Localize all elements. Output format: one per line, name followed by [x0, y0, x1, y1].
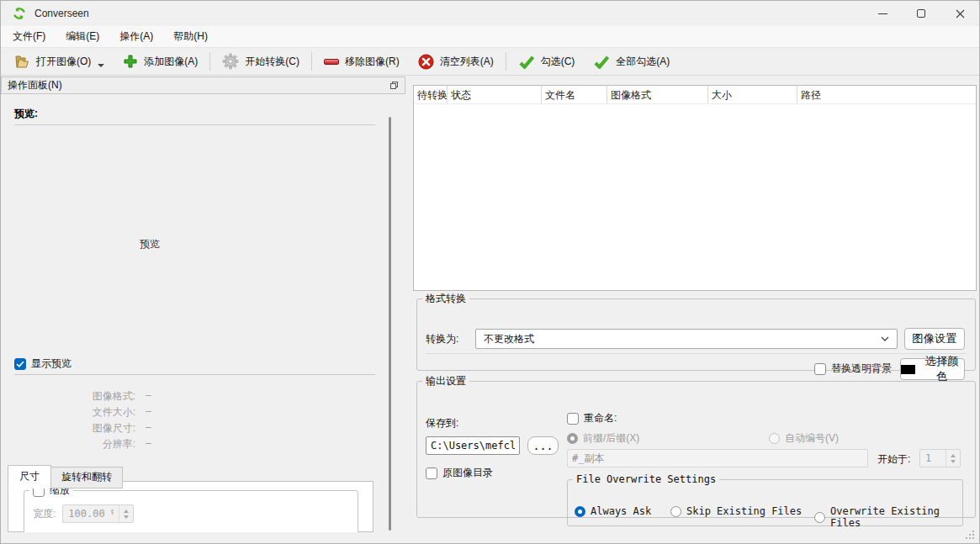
auto-number-radio[interactable]: 自动编号(V)	[769, 431, 839, 446]
radio-unselected-disabled-icon	[769, 433, 780, 444]
rename-pattern-input[interactable]	[567, 449, 868, 467]
remove-images-button[interactable]: 移除图像(R)	[315, 50, 409, 73]
size-tab-pane: 缩放 宽度:	[8, 481, 373, 532]
divider	[14, 124, 375, 125]
dimension-tabs: 尺寸 旋转和翻转	[8, 465, 123, 489]
tab-size[interactable]: 尺寸	[8, 465, 51, 489]
column-header-path[interactable]: 路径	[797, 86, 976, 103]
format-group-title: 格式转换	[422, 292, 469, 306]
menu-edit[interactable]: 编辑(E)	[56, 27, 109, 46]
width-spinbox[interactable]	[62, 504, 134, 523]
width-input[interactable]	[63, 508, 119, 520]
color-swatch	[901, 365, 915, 374]
check-all-button[interactable]: 全部勾选(A)	[584, 50, 679, 73]
rename-checkbox[interactable]: 重命名:	[567, 411, 617, 425]
menu-actions[interactable]: 操作(A)	[109, 27, 163, 46]
radio-selected-disabled-icon	[567, 433, 578, 444]
column-header-size[interactable]: 大小	[708, 86, 797, 103]
width-label: 宽度:	[33, 507, 56, 521]
info-label: 分辨率:	[14, 437, 135, 452]
column-header-format[interactable]: 图像格式	[607, 86, 708, 103]
save-path-input[interactable]	[426, 436, 520, 455]
toolbar-separator	[311, 52, 312, 71]
info-label: 文件大小:	[14, 405, 135, 420]
show-preview-checkbox[interactable]: 显示预览	[14, 357, 72, 371]
info-value: –	[146, 405, 151, 420]
menu-file[interactable]: 文件(F)	[3, 27, 56, 46]
radio-unselected-icon	[670, 506, 681, 517]
skip-existing-radio[interactable]: Skip Existing Files	[670, 505, 802, 517]
output-settings-group: 输出设置 保存到: ... 原图像目录 重命名: 前缀/后缀(X) 自动编号(V…	[416, 374, 976, 518]
file-list-table[interactable]: 待转换 状态 文件名 图像格式 大小 路径	[413, 85, 977, 291]
image-settings-button[interactable]: 图像设置	[904, 328, 965, 350]
column-header-status[interactable]: 状态	[448, 86, 542, 103]
format-conversion-group: 格式转换 转换为: 不更改格式 图像设置 替换透明背景 选择颜色	[416, 292, 976, 371]
float-panel-icon	[389, 81, 399, 90]
rename-label: 重命名:	[584, 411, 617, 425]
divider	[426, 353, 967, 354]
check-button[interactable]: 勾选(C)	[509, 50, 585, 73]
info-row-format: 图像格式: –	[14, 389, 191, 404]
always-ask-label: Always Ask	[591, 505, 651, 517]
convert-to-label: 转换为:	[426, 332, 458, 346]
close-button[interactable]	[940, 1, 979, 26]
add-images-button[interactable]: 添加图像(A)	[114, 50, 207, 73]
window-title: Converseen	[34, 8, 89, 19]
open-image-icon	[13, 53, 30, 70]
preview-placeholder: 预览	[14, 237, 285, 251]
start-at-spinbox[interactable]	[919, 449, 961, 467]
float-panel-button[interactable]	[389, 81, 399, 90]
format-combobox[interactable]: 不更改格式	[475, 329, 898, 349]
checkbox-unchecked-icon	[567, 413, 579, 425]
column-header-filename[interactable]: 文件名	[542, 86, 607, 103]
toolbar-label: 开始转换(C)	[245, 55, 299, 69]
remove-image-icon	[324, 59, 339, 65]
maximize-icon	[917, 9, 925, 18]
info-row-dimensions: 图像尺寸: –	[14, 421, 191, 436]
source-dir-checkbox[interactable]: 原图像目录	[426, 466, 493, 480]
start-conversion-button[interactable]: 开始转换(C)	[213, 50, 309, 73]
skip-existing-label: Skip Existing Files	[686, 505, 802, 517]
open-menu-arrow-icon[interactable]	[98, 64, 104, 67]
toolbar: 打开图像(O) 添加图像(A) 开始转换(C)	[1, 48, 979, 76]
resize-grip[interactable]	[966, 531, 974, 539]
toolbar-label: 清空列表(A)	[440, 55, 494, 69]
table-header: 待转换 状态 文件名 图像格式 大小 路径	[414, 86, 976, 104]
toolbar-label: 打开图像(O)	[36, 55, 91, 69]
start-at-input[interactable]	[920, 452, 946, 464]
prefix-suffix-radio[interactable]: 前缀/后缀(X)	[567, 431, 639, 446]
checkbox-checked-icon	[14, 358, 26, 370]
minimize-button[interactable]	[863, 1, 902, 26]
actions-panel-title: 操作面板(N)	[8, 78, 62, 92]
format-value: 不更改格式	[484, 332, 534, 346]
output-group-title: 输出设置	[422, 374, 469, 388]
preview-heading: 预览:	[14, 107, 38, 121]
always-ask-radio[interactable]: Always Ask	[575, 505, 651, 517]
toolbar-label: 添加图像(A)	[144, 55, 198, 69]
clear-list-button[interactable]: 清空列表(A)	[409, 50, 503, 73]
panel-scrollbar[interactable]	[389, 117, 391, 531]
overwrite-existing-radio[interactable]: Overwrite Existing Files	[814, 505, 962, 529]
column-header-toconvert[interactable]: 待转换	[414, 86, 448, 103]
open-images-button[interactable]: 打开图像(O)	[4, 50, 114, 73]
start-at-label: 开始于:	[877, 452, 910, 467]
check-all-icon	[593, 55, 610, 69]
app-window: Converseen 文件(F) 编辑(E) 操作(A) 帮助(H) 打开图像(…	[0, 0, 980, 544]
maximize-button[interactable]	[902, 1, 940, 26]
check-icon	[518, 55, 535, 69]
info-value: –	[146, 421, 151, 436]
menu-help[interactable]: 帮助(H)	[163, 27, 218, 46]
minimize-icon	[878, 13, 887, 14]
overwrite-existing-label: Overwrite Existing Files	[830, 505, 962, 529]
browse-button[interactable]: ...	[527, 436, 559, 455]
info-value: –	[146, 437, 151, 452]
tab-rotate-flip[interactable]: 旋转和翻转	[51, 467, 123, 489]
menu-bar: 文件(F) 编辑(E) 操作(A) 帮助(H)	[1, 26, 979, 48]
spin-up-icon	[124, 510, 129, 513]
add-image-icon	[123, 54, 138, 69]
toolbar-label: 勾选(C)	[541, 55, 575, 69]
spin-buttons[interactable]	[119, 505, 133, 522]
spin-buttons[interactable]	[946, 450, 960, 467]
overwrite-group-title: File Overwrite Settings	[573, 473, 719, 485]
toolbar-label: 全部勾选(A)	[616, 55, 670, 69]
